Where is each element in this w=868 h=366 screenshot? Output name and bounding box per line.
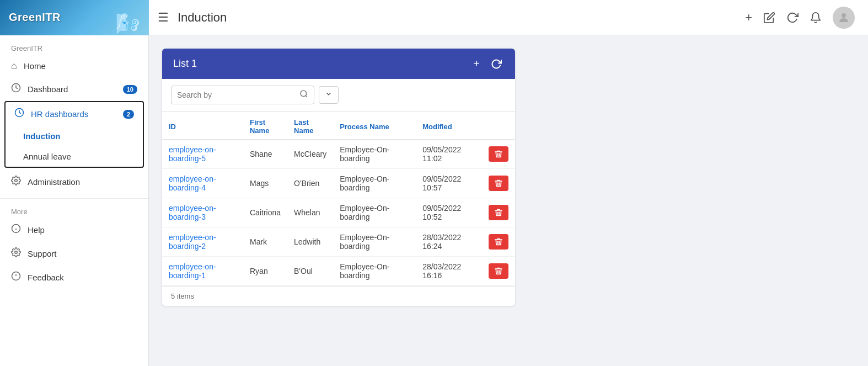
sidebar-item-feedback[interactable]: Feedback xyxy=(0,266,148,289)
cell-id[interactable]: employee-on-boarding-4 xyxy=(162,169,243,198)
hr-icon xyxy=(14,108,24,120)
cell-first-name: Caitriona xyxy=(243,198,287,227)
menu-button[interactable]: ☰ xyxy=(149,10,178,25)
delete-button[interactable] xyxy=(489,176,508,191)
add-button[interactable]: + xyxy=(745,10,752,25)
cell-last-name: O'Brien xyxy=(287,169,333,198)
cell-last-name: B'Oul xyxy=(287,257,333,286)
table-row: employee-on-boarding-5 Shane McCleary Em… xyxy=(162,140,515,169)
cell-actions xyxy=(482,198,515,227)
cell-first-name: Mark xyxy=(243,227,287,257)
sidebar-child-induction[interactable]: Induction xyxy=(6,126,143,146)
cell-actions xyxy=(482,140,515,169)
user-avatar[interactable] xyxy=(833,7,855,29)
sidebar-section-label: GreenITR xyxy=(0,40,148,55)
card-header: List 1 + xyxy=(162,49,515,79)
sidebar: GreenITR ⌂ Home Dashboard 10 HR dashboar… xyxy=(0,35,149,366)
logo: GreenITR 🌬️ xyxy=(0,0,149,35)
table-row: employee-on-boarding-2 Mark Ledwith Empl… xyxy=(162,227,515,257)
sidebar-child-induction-label: Induction xyxy=(23,131,61,141)
cell-first-name: Shane xyxy=(243,140,287,169)
card-footer: 5 items xyxy=(162,286,515,306)
table-row: employee-on-boarding-3 Caitriona Whelan … xyxy=(162,198,515,227)
table-row: employee-on-boarding-1 Ryan B'Oul Employ… xyxy=(162,257,515,286)
col-header-last-name: LastName xyxy=(287,112,333,140)
list-card: List 1 + xyxy=(162,49,515,306)
delete-button[interactable] xyxy=(489,234,508,250)
sidebar-item-dashboard[interactable]: Dashboard 10 xyxy=(0,77,148,101)
cell-id[interactable]: employee-on-boarding-3 xyxy=(162,198,243,227)
cell-id[interactable]: employee-on-boarding-1 xyxy=(162,257,243,286)
delete-button[interactable] xyxy=(489,263,508,279)
cell-process-name: Employee-On-boarding xyxy=(333,257,416,286)
cell-process-name: Employee-On-boarding xyxy=(333,227,416,257)
col-header-process-name: Process Name xyxy=(333,112,416,140)
cell-process-name: Employee-On-boarding xyxy=(333,140,416,169)
home-icon: ⌂ xyxy=(11,60,17,72)
sidebar-child-annual-leave[interactable]: Annual leave xyxy=(6,146,143,167)
cell-last-name: Whelan xyxy=(287,198,333,227)
sidebar-item-help[interactable]: Help xyxy=(0,218,148,242)
card-title: List 1 xyxy=(173,58,464,70)
search-dropdown-button[interactable] xyxy=(319,86,339,104)
more-label: More xyxy=(0,203,148,218)
cell-modified: 28/03/2022 16:24 xyxy=(416,227,482,257)
sidebar-item-feedback-label: Feedback xyxy=(28,273,64,282)
cell-id[interactable]: employee-on-boarding-2 xyxy=(162,227,243,257)
notification-button[interactable] xyxy=(810,12,822,24)
svg-point-3 xyxy=(15,179,18,182)
edit-button[interactable] xyxy=(763,12,775,24)
sidebar-item-support-label: Support xyxy=(28,249,57,258)
cell-id[interactable]: employee-on-boarding-5 xyxy=(162,140,243,169)
svg-point-11 xyxy=(301,91,307,97)
search-input-wrap xyxy=(171,86,314,104)
svg-point-7 xyxy=(15,251,18,254)
sidebar-item-hr-dashboards[interactable]: HR dashboards 2 xyxy=(6,102,143,126)
cell-modified: 09/05/2022 10:52 xyxy=(416,198,482,227)
delete-button[interactable] xyxy=(489,205,508,220)
sidebar-item-help-label: Help xyxy=(28,225,45,235)
cell-actions xyxy=(482,169,515,198)
sidebar-item-admin-label: Administration xyxy=(28,177,80,187)
help-icon xyxy=(11,224,21,236)
cell-modified: 09/05/2022 10:57 xyxy=(416,169,482,198)
search-bar xyxy=(162,79,515,112)
content-area: List 1 + xyxy=(149,35,868,366)
topbar: GreenITR 🌬️ ☰ Induction + xyxy=(0,0,868,35)
cell-last-name: Ledwith xyxy=(287,227,333,257)
logo-text: GreenITR xyxy=(9,11,61,24)
sidebar-item-home-label: Home xyxy=(24,61,46,71)
cell-last-name: McCleary xyxy=(287,140,333,169)
support-icon xyxy=(11,247,21,260)
cell-modified: 09/05/2022 11:02 xyxy=(416,140,482,169)
data-table: ID FirstName LastName Process Name Modif… xyxy=(162,112,515,286)
admin-icon xyxy=(11,176,21,188)
col-header-id: ID xyxy=(162,112,243,140)
refresh-button[interactable] xyxy=(786,12,799,24)
main-layout: GreenITR ⌂ Home Dashboard 10 HR dashboar… xyxy=(0,35,868,366)
page-title: Induction xyxy=(178,10,745,25)
cell-actions xyxy=(482,257,515,286)
svg-line-12 xyxy=(306,96,307,97)
card-refresh-button[interactable] xyxy=(489,56,504,72)
search-input[interactable] xyxy=(177,91,296,99)
sidebar-item-home[interactable]: ⌂ Home xyxy=(0,55,148,77)
cell-process-name: Employee-On-boarding xyxy=(333,198,416,227)
cell-process-name: Employee-On-boarding xyxy=(333,169,416,198)
feedback-icon xyxy=(11,271,21,284)
windmill-icon: 🌬️ xyxy=(115,12,140,35)
cell-first-name: Mags xyxy=(243,169,287,198)
delete-button[interactable] xyxy=(489,146,508,162)
sidebar-child-annual-leave-label: Annual leave xyxy=(23,152,71,161)
col-header-first-name: FirstName xyxy=(243,112,287,140)
sidebar-group-hr: HR dashboards 2 Induction Annual leave xyxy=(4,101,144,168)
search-icon xyxy=(299,89,308,100)
col-header-actions xyxy=(482,112,515,140)
sidebar-item-hr-label: HR dashboards xyxy=(31,109,88,119)
card-add-button[interactable]: + xyxy=(471,55,482,72)
col-header-modified: Modified xyxy=(416,112,482,140)
sidebar-item-support[interactable]: Support xyxy=(0,242,148,266)
sidebar-item-administration[interactable]: Administration xyxy=(0,170,148,194)
svg-point-0 xyxy=(842,13,846,18)
cell-first-name: Ryan xyxy=(243,257,287,286)
